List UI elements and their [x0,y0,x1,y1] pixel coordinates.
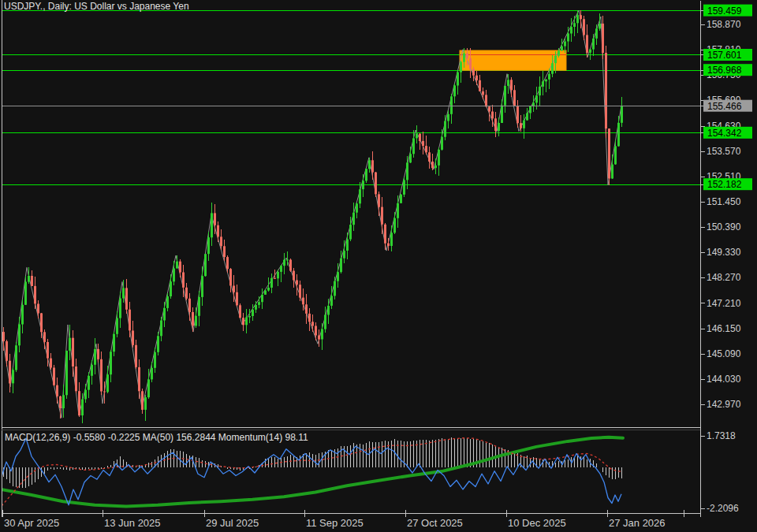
macd-panel-plot [2,437,623,507]
chart-window: 158.870157.810156.750155.690154.630153.5… [0,0,757,532]
price-tick-label: 147.210 [707,298,741,309]
price-tick-label: 148.270 [707,272,741,283]
price-tick-label: 142.970 [707,399,741,410]
candlesticks [2,10,623,423]
price-tag-label: 154.342 [707,128,742,139]
chart-title: USDJPY., Daily: US Dollar vs Japanese Ye… [4,1,189,12]
time-axis[interactable]: 30 Apr 202513 Jun 202529 Jul 202511 Sep … [3,510,684,529]
price-tag-label: 155.466 [707,101,742,112]
ma50-line [2,437,623,507]
date-label: 13 Jun 2025 [104,517,161,529]
price-tick-label: 151.450 [707,196,741,207]
date-label: 29 Jul 2025 [206,517,259,529]
date-label: 10 Dec 2025 [508,517,566,529]
price-tick-label: 144.030 [707,374,741,385]
date-label: 30 Apr 2025 [4,517,59,529]
date-label: 27 Oct 2025 [407,517,463,529]
price-tick-label: 146.150 [707,323,741,334]
date-label: 27 Jan 2026 [609,517,666,529]
price-tick-label: 158.870 [707,19,741,30]
price-tick-label: 149.330 [707,247,741,258]
price-tag-label: 157.601 [707,50,742,61]
price-tag-label: 152.182 [707,179,742,190]
price-axis[interactable]: 158.870157.810156.750155.690154.630153.5… [700,5,752,514]
price-tag-label: 156.968 [707,65,742,76]
price-tick-label: 145.090 [707,348,741,359]
price-tag-label: 159.459 [707,6,742,17]
date-label: 11 Sep 2025 [306,517,364,529]
trading-chart-canvas[interactable]: 158.870157.810156.750155.690154.630153.5… [0,0,757,532]
indicator-panel-label: MACD(12,26,9) -0.5580 -0.2225 MA(50) 156… [5,432,308,443]
price-tick-label: 150.390 [707,221,741,233]
price-tick-label: 153.570 [707,146,741,157]
macd-axis-label: 1.7318 [707,430,736,441]
macd-axis-label: -2.2096 [707,503,739,514]
